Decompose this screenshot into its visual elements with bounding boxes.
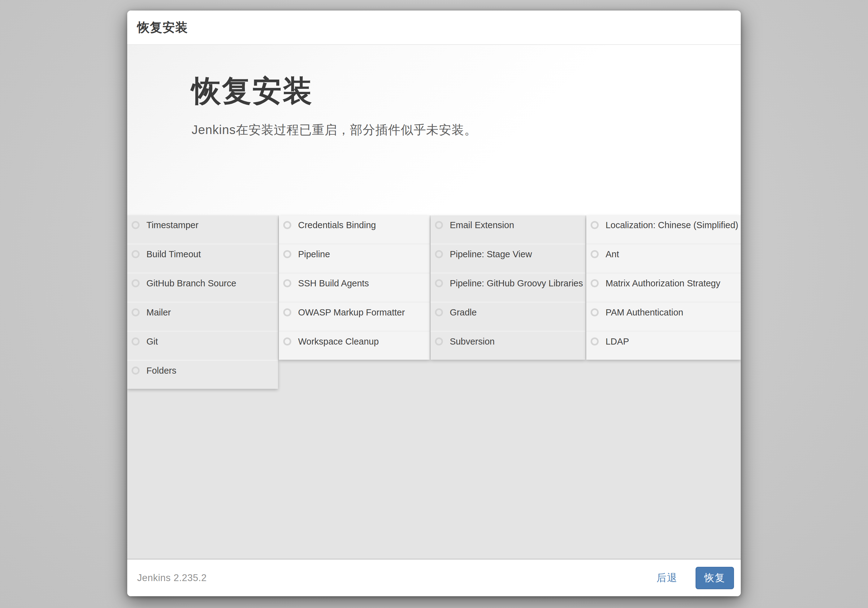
plugin-name: PAM Authentication (606, 307, 683, 318)
plugin-name: Pipeline (298, 249, 330, 259)
plugin-item: Timestamper (127, 216, 278, 244)
dialog-title-bar: 恢复安装 (127, 11, 741, 45)
plugin-item: Pipeline: Stage View (431, 244, 585, 272)
plugin-item: OWASP Markup Formatter (279, 301, 430, 330)
plugin-name: Pipeline: Stage View (450, 249, 532, 259)
spinner-icon (435, 279, 443, 287)
spinner-icon (132, 308, 140, 316)
spinner-icon (283, 250, 291, 258)
spinner-icon (435, 250, 443, 258)
plugin-grid: TimestamperBuild TimeoutGitHub Branch So… (127, 216, 741, 389)
plugin-name: SSH Build Agents (298, 278, 369, 288)
plugin-column: TimestamperBuild TimeoutGitHub Branch So… (127, 216, 278, 389)
plugin-item: Pipeline (279, 244, 430, 272)
plugin-item: SSH Build Agents (279, 272, 430, 301)
spinner-icon (132, 279, 140, 287)
dialog-title: 恢复安装 (137, 19, 188, 36)
plugin-name: Matrix Authorization Strategy (606, 278, 720, 288)
jenkins-version-label: Jenkins 2.235.2 (137, 572, 207, 583)
plugin-item: Subversion (431, 330, 585, 360)
plugin-item: Localization: Chinese (Simplified) (586, 216, 741, 244)
spinner-icon (283, 221, 291, 229)
spinner-icon (591, 250, 599, 258)
plugin-item: Email Extension (431, 216, 585, 244)
page-title: 恢复安装 (192, 73, 722, 108)
resume-button[interactable]: 恢复 (696, 567, 734, 589)
plugin-name: Email Extension (450, 220, 514, 230)
plugin-name: Localization: Chinese (Simplified) (606, 220, 738, 230)
plugin-name: Gradle (450, 307, 477, 318)
plugin-name: Subversion (450, 336, 494, 347)
plugin-name: LDAP (606, 336, 629, 347)
spinner-icon (591, 221, 599, 229)
page-subtitle: Jenkins在安装过程已重启，部分插件似乎未安装。 (192, 122, 722, 138)
plugin-item: Ant (586, 244, 741, 272)
plugin-name: Pipeline: GitHub Groovy Libraries (450, 278, 583, 288)
spinner-icon (591, 279, 599, 287)
plugin-item: PAM Authentication (586, 301, 741, 330)
plugin-item: Workspace Cleanup (279, 330, 430, 360)
spinner-icon (591, 308, 599, 316)
plugin-name: Mailer (146, 307, 171, 318)
plugin-item: Build Timeout (127, 244, 278, 272)
plugin-name: Git (146, 336, 158, 347)
setup-wizard-dialog: 恢复安装 恢复安装 Jenkins在安装过程已重启，部分插件似乎未安装。 Tim… (127, 11, 741, 596)
plugin-column: Email ExtensionPipeline: Stage ViewPipel… (431, 216, 585, 360)
plugin-name: Ant (606, 249, 619, 259)
spinner-icon (132, 366, 140, 375)
wizard-header: 恢复安装 Jenkins在安装过程已重启，部分插件似乎未安装。 (127, 45, 741, 216)
plugin-name: Folders (146, 365, 177, 376)
wizard-body: TimestamperBuild TimeoutGitHub Branch So… (127, 216, 741, 558)
plugin-column: Localization: Chinese (Simplified)AntMat… (586, 216, 741, 360)
spinner-icon (435, 308, 443, 316)
spinner-icon (435, 337, 443, 346)
plugin-item: Mailer (127, 301, 278, 330)
plugin-name: Workspace Cleanup (298, 336, 379, 347)
plugin-name: Build Timeout (146, 249, 201, 259)
plugin-item: Gradle (431, 301, 585, 330)
spinner-icon (283, 308, 291, 316)
spinner-icon (132, 337, 140, 346)
plugin-name: OWASP Markup Formatter (298, 307, 405, 318)
plugin-name: GitHub Branch Source (146, 278, 236, 288)
plugin-item: GitHub Branch Source (127, 272, 278, 301)
plugin-item: Git (127, 330, 278, 360)
spinner-icon (435, 221, 443, 229)
plugin-item: Pipeline: GitHub Groovy Libraries (431, 272, 585, 301)
plugin-item: Matrix Authorization Strategy (586, 272, 741, 301)
plugin-item: Folders (127, 360, 278, 389)
spinner-icon (591, 337, 599, 346)
spinner-icon (283, 337, 291, 346)
spinner-icon (132, 250, 140, 258)
spinner-icon (283, 279, 291, 287)
plugin-name: Credentials Binding (298, 220, 376, 230)
plugin-item: LDAP (586, 330, 741, 360)
plugin-column: Credentials BindingPipelineSSH Build Age… (279, 216, 430, 360)
spinner-icon (132, 221, 140, 229)
wizard-footer: Jenkins 2.235.2 后退 恢复 (127, 558, 741, 596)
plugin-name: Timestamper (146, 220, 198, 230)
back-button[interactable]: 后退 (655, 571, 679, 585)
plugin-item: Credentials Binding (279, 216, 430, 244)
